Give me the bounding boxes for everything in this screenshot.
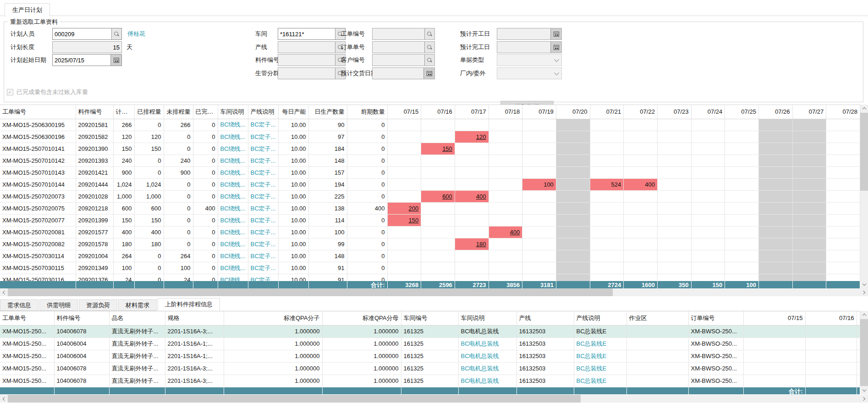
cell-line[interactable]: BC总装线E: [574, 337, 626, 350]
table-row[interactable]: XM-MO15-250701014220920139324002400BC绕线.…: [0, 155, 860, 167]
cell-ws[interactable]: BC绕线...: [218, 179, 248, 191]
column-header-07/26[interactable]: 07/26: [758, 105, 792, 119]
table-row[interactable]: XM-MO15-25070200752092012186006000400BC绕…: [0, 203, 860, 215]
column-header-料件编号[interactable]: 料件编号: [76, 105, 113, 119]
hscroll-thumb[interactable]: [8, 395, 581, 403]
empty-input-预计完工日[interactable]: [497, 42, 550, 53]
planner-name-link[interactable]: 傅桂花: [127, 30, 145, 38]
cell-line[interactable]: BC总装线E: [574, 362, 626, 375]
table-row[interactable]: XM-MO15-250702008120920157740040000BC绕线.…: [0, 226, 860, 238]
empty-input-产线[interactable]: [278, 42, 335, 53]
lookup-button[interactable]: [424, 55, 434, 66]
cell-ws[interactable]: BC绕线...: [218, 119, 248, 131]
cell-line[interactable]: BC总装线E: [574, 375, 626, 387]
cell-line[interactable]: BC定子...: [248, 155, 278, 167]
scroll-up-icon[interactable]: [860, 105, 868, 112]
column-header-07/22[interactable]: 07/22: [624, 105, 658, 119]
cell-date-07/15[interactable]: 200: [387, 203, 421, 215]
table-row[interactable]: XM-MO15-250703011420920100426402640BC绕线.…: [0, 250, 860, 262]
table-row[interactable]: XM-MO15-250...104006078直流无刷外转子...2201-1S…: [0, 362, 860, 375]
column-header-07/15[interactable]: 07/15: [387, 105, 421, 119]
tab-供需明细[interactable]: 供需明细: [39, 299, 78, 311]
cell-date-07/16[interactable]: 600: [421, 191, 455, 203]
cell-line[interactable]: BC定子...: [248, 238, 278, 250]
main-grid-vscrollbar[interactable]: [860, 105, 868, 288]
column-header-07/28[interactable]: 07/28: [826, 105, 860, 119]
cell-ws[interactable]: BC绕线...: [218, 191, 248, 203]
lookup-button[interactable]: [111, 28, 121, 39]
table-row[interactable]: XM-MO15-25070200732092010281,0001,00000B…: [0, 191, 860, 203]
table-row[interactable]: XM-MO15-250701014120920139015015000BC绕线.…: [0, 143, 860, 155]
table-row[interactable]: XM-MO15-250...104006004直流无刷外转子...2201-1S…: [0, 337, 860, 350]
main-grid-hscrollbar[interactable]: [0, 288, 868, 296]
input-车间[interactable]: [278, 28, 335, 39]
cell-date-07/17[interactable]: 120: [455, 131, 489, 143]
cell-line[interactable]: BC定子...: [248, 179, 278, 191]
tab-上阶料件排程信息[interactable]: 上阶料件排程信息: [158, 298, 220, 311]
table-row[interactable]: XM-MO15-25070101442092014441,0241,02400B…: [0, 179, 860, 191]
hscroll-thumb[interactable]: [8, 288, 613, 296]
column-header-作业区[interactable]: 作业区: [626, 311, 688, 325]
table-row[interactable]: XM-MO15-250702007720920139915015000BC绕线.…: [0, 215, 860, 226]
column-header-每日产能[interactable]: 每日产能: [278, 105, 308, 119]
column-header-07/17[interactable]: 07/17: [455, 105, 489, 119]
column-header-已完工量[interactable]: 已完工量: [193, 105, 218, 119]
column-header-标准QPA分母[interactable]: 标准QPA分母: [322, 311, 401, 325]
checkbox-checked-icon[interactable]: ✓: [7, 89, 13, 95]
cell-ws[interactable]: BC绕线...: [218, 143, 248, 155]
column-header-产线[interactable]: 产线: [516, 311, 574, 325]
column-header-车间编号[interactable]: 车间编号: [401, 311, 458, 325]
calendar-button[interactable]: [550, 28, 561, 39]
cell-ws[interactable]: BC绕线...: [218, 262, 248, 274]
column-header-已排程量[interactable]: 已排程量: [134, 105, 164, 119]
table-row[interactable]: XM-MO15-250701014320920142190009000BC绕线.…: [0, 167, 860, 179]
table-row[interactable]: XM-MO15-2507030116209201376240240BC绕线BC定…: [0, 274, 860, 281]
column-header-日生产数量[interactable]: 日生产数量: [308, 105, 347, 119]
table-row[interactable]: XM-MO15-250630019620920158212012000BC绕线.…: [0, 131, 860, 143]
bottom-grid-vscrollbar[interactable]: [860, 311, 868, 394]
column-header-07/27[interactable]: 07/27: [792, 105, 826, 119]
cell-date-07/17[interactable]: 400: [455, 191, 489, 203]
cell-ws[interactable]: BC绕线: [218, 274, 248, 281]
cell-ws[interactable]: BC电机总装线: [458, 325, 516, 337]
scroll-right-icon[interactable]: [860, 395, 868, 403]
column-header-07/16[interactable]: 07/16: [421, 105, 455, 119]
scroll-down-icon[interactable]: [860, 281, 868, 288]
empty-input-预计开工日[interactable]: [497, 28, 550, 39]
cell-ws[interactable]: BC绕线...: [218, 226, 248, 238]
column-header-标准QPA分子[interactable]: 标准QPA分子: [224, 311, 322, 325]
cell-line[interactable]: BC定子...: [248, 226, 278, 238]
bottom-grid-hscrollbar[interactable]: [0, 395, 868, 403]
vscroll-thumb[interactable]: [860, 319, 868, 386]
scroll-left-icon[interactable]: [0, 288, 8, 296]
column-header-工单编号[interactable]: 工单编号: [0, 105, 76, 119]
column-header-规格[interactable]: 规格: [165, 311, 224, 325]
cell-ws[interactable]: BC绕线...: [218, 167, 248, 179]
empty-input-客户编号[interactable]: [373, 55, 424, 66]
dropdown-单据类型[interactable]: [497, 54, 562, 66]
cell-date-07/22[interactable]: 400: [624, 179, 658, 191]
lookup-button[interactable]: [424, 42, 434, 53]
column-header-品名[interactable]: 品名: [109, 311, 165, 325]
vscroll-thumb[interactable]: [860, 113, 868, 191]
tab-材料需求[interactable]: 材料需求: [118, 299, 157, 311]
input-计划长度[interactable]: [53, 42, 121, 53]
cell-line[interactable]: BC定子...: [248, 250, 278, 262]
column-header-07/21[interactable]: 07/21: [590, 105, 624, 119]
column-header-未排程量[interactable]: 未排程量: [164, 105, 193, 119]
empty-input-订单单号[interactable]: [373, 42, 424, 53]
cell-ws[interactable]: BC电机总装线: [458, 362, 516, 375]
scroll-right-icon[interactable]: [860, 288, 868, 296]
tab-需求信息[interactable]: 需求信息: [0, 299, 38, 311]
cell-ws[interactable]: BC电机总装线: [458, 375, 516, 387]
cell-date-07/16[interactable]: 150: [421, 143, 455, 155]
column-header-07/25[interactable]: 07/25: [725, 105, 759, 119]
cell-line[interactable]: BC定子...: [248, 203, 278, 215]
column-header-07/24[interactable]: 07/24: [691, 105, 725, 119]
input-计划人员[interactable]: [53, 28, 111, 39]
cell-line[interactable]: BC定子...: [248, 215, 278, 226]
column-header-07/16[interactable]: 07/16: [805, 311, 857, 325]
column-header-07/19[interactable]: 07/19: [522, 105, 556, 119]
calendar-button[interactable]: [423, 68, 434, 79]
column-header-车间说明[interactable]: 车间说明: [458, 311, 516, 325]
